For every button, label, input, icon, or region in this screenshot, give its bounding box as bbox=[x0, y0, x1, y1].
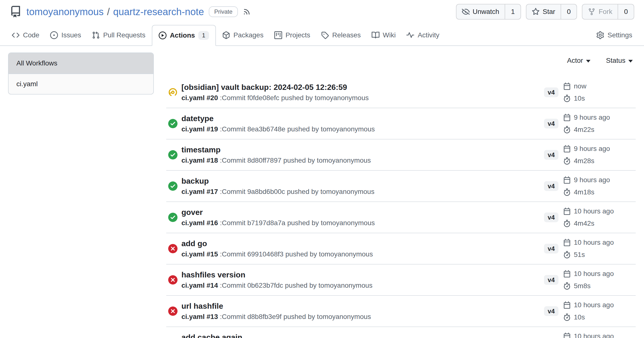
run-title-link[interactable]: url hashfile bbox=[182, 302, 544, 311]
tab-settings[interactable]: Settings bbox=[592, 25, 637, 45]
stars-count[interactable]: 0 bbox=[561, 4, 577, 19]
run-main: url hashfile ci.yaml #13:Commit d8b8fb3e… bbox=[182, 302, 544, 321]
repo-name-link[interactable]: quartz-research-note bbox=[113, 6, 204, 17]
run-main: [obsidian] vault backup: 2024-02-05 12:2… bbox=[182, 83, 544, 102]
tab-wiki[interactable]: Wiki bbox=[367, 25, 400, 45]
star-button[interactable]: Star bbox=[526, 4, 560, 19]
workflow-run-row[interactable]: add cache again 10 hours ago bbox=[166, 327, 636, 338]
run-status-icon bbox=[168, 307, 178, 316]
run-title-link[interactable]: datetype bbox=[182, 114, 544, 123]
forks-count[interactable]: 0 bbox=[618, 4, 634, 19]
chevron-down-icon bbox=[586, 60, 590, 62]
star-icon bbox=[532, 8, 540, 16]
run-status-icon bbox=[168, 275, 178, 285]
run-status-icon bbox=[168, 88, 178, 97]
run-main: backup ci.yaml #17:Commit 9a8bd6b00c pus… bbox=[182, 176, 544, 196]
calendar-icon bbox=[563, 270, 571, 277]
run-started-line: 10 hours ago bbox=[563, 269, 636, 278]
tab-code[interactable]: Code bbox=[7, 25, 44, 45]
runner-version-badge: v4 bbox=[544, 181, 558, 191]
code-icon bbox=[12, 31, 20, 39]
run-subtitle: ci.yaml #15:Commit 69910468f3 pushed by … bbox=[182, 250, 544, 258]
sidebar-item-all-workflows[interactable]: All Workflows bbox=[8, 53, 153, 73]
stopwatch-icon bbox=[563, 188, 571, 196]
run-meta: 10 hours ago bbox=[563, 332, 636, 338]
workflow-run-row[interactable]: add go ci.yaml #15:Commit 69910468f3 pus… bbox=[166, 233, 636, 265]
issue-opened-icon bbox=[50, 31, 58, 39]
run-main: hashfiles version ci.yaml #14:Commit 0b6… bbox=[182, 270, 544, 289]
run-title-link[interactable]: add go bbox=[182, 239, 544, 248]
git-pull-request-icon bbox=[92, 31, 100, 39]
run-duration-line: 4m28s bbox=[563, 156, 636, 166]
run-title-link[interactable]: timestamp bbox=[182, 145, 544, 154]
run-time-ago: 10 hours ago bbox=[574, 301, 614, 309]
actions-count-badge: 1 bbox=[198, 31, 209, 40]
watchers-count[interactable]: 1 bbox=[505, 4, 521, 19]
run-time-column: 9 hours ago 4m18s bbox=[563, 175, 636, 197]
repo-book-icon bbox=[10, 6, 22, 17]
tab-packages[interactable]: Packages bbox=[218, 25, 268, 45]
workflow-run-row[interactable]: timestamp ci.yaml #18:Commit 8d80ff7897 … bbox=[166, 140, 636, 171]
repo-owner-link[interactable]: tomoyanonymous bbox=[26, 6, 104, 17]
tab-issues[interactable]: Issues bbox=[46, 25, 86, 45]
run-main: timestamp ci.yaml #18:Commit 8d80ff7897 … bbox=[182, 145, 544, 164]
runner-version-badge: v4 bbox=[544, 212, 558, 222]
tab-activity[interactable]: Activity bbox=[402, 25, 444, 45]
stopwatch-icon bbox=[563, 157, 571, 165]
run-started-line: 10 hours ago bbox=[563, 238, 636, 247]
run-time-column: 10 hours ago 4m42s bbox=[563, 207, 636, 228]
run-subtitle: ci.yaml #18:Commit 8d80ff7897 pushed by … bbox=[182, 157, 544, 164]
run-status-icon bbox=[168, 181, 178, 191]
run-commit-info: :Commit 69910468f3 pushed by tomoyanonym… bbox=[220, 250, 373, 258]
workflow-run-row[interactable]: gover ci.yaml #16:Commit b7197d8a7a push… bbox=[166, 202, 636, 233]
x-circle-fill-icon bbox=[168, 307, 178, 316]
run-workflow-ref: ci.yaml #19 bbox=[182, 125, 218, 133]
fork-button-group: Fork 0 bbox=[582, 4, 634, 19]
workflow-run-row[interactable]: backup ci.yaml #17:Commit 9a8bd6b00c pus… bbox=[166, 171, 636, 202]
tab-pull-requests[interactable]: Pull Requests bbox=[88, 25, 150, 45]
run-duration: 10s bbox=[574, 313, 585, 321]
run-commit-info: :Commit f0fde08efc pushed by tomoyanonym… bbox=[220, 94, 369, 102]
tab-projects[interactable]: Projects bbox=[270, 25, 315, 45]
x-circle-fill-icon bbox=[168, 244, 178, 253]
stopwatch-icon bbox=[563, 251, 571, 258]
workflow-run-row[interactable]: url hashfile ci.yaml #13:Commit d8b8fb3e… bbox=[166, 296, 636, 327]
run-time-ago: 10 hours ago bbox=[574, 207, 614, 215]
tab-actions[interactable]: Actions 1 bbox=[152, 25, 216, 46]
play-circle-icon bbox=[159, 31, 166, 39]
run-title-link[interactable]: add cache again bbox=[182, 333, 563, 338]
run-workflow-ref: ci.yaml #17 bbox=[182, 188, 218, 195]
fork-button[interactable]: Fork bbox=[582, 4, 618, 19]
run-subtitle: ci.yaml #16:Commit b7197d8a7a pushed by … bbox=[182, 219, 544, 227]
calendar-icon bbox=[563, 208, 571, 215]
stopwatch-icon bbox=[563, 126, 571, 133]
runner-version-badge: v4 bbox=[544, 244, 558, 254]
workflow-run-row[interactable]: hashfiles version ci.yaml #14:Commit 0b6… bbox=[166, 265, 636, 296]
run-time-column: 10 hours ago 10s bbox=[563, 300, 636, 322]
run-started-line: 9 hours ago bbox=[563, 113, 636, 122]
stopwatch-icon bbox=[563, 220, 571, 227]
rss-feed-icon[interactable] bbox=[243, 8, 250, 16]
status-filter-dropdown[interactable]: Status bbox=[606, 57, 633, 64]
run-duration-line: 4m18s bbox=[563, 187, 636, 197]
check-circle-fill-icon bbox=[168, 150, 178, 160]
run-title-link[interactable]: gover bbox=[182, 208, 544, 217]
eye-closed-icon bbox=[462, 8, 470, 16]
workflow-run-row[interactable]: datetype ci.yaml #19:Commit 8ea3b6748e p… bbox=[166, 108, 636, 140]
sidebar-item-ci-yaml[interactable]: ci.yaml bbox=[8, 73, 153, 94]
run-title-link[interactable]: [obsidian] vault backup: 2024-02-05 12:2… bbox=[182, 83, 544, 92]
run-title-link[interactable]: hashfiles version bbox=[182, 270, 544, 279]
workflow-run-row[interactable]: [obsidian] vault backup: 2024-02-05 12:2… bbox=[166, 77, 636, 108]
run-title-link[interactable]: backup bbox=[182, 176, 544, 186]
run-workflow-ref: ci.yaml #20 bbox=[182, 94, 218, 102]
tab-releases[interactable]: Releases bbox=[316, 25, 365, 45]
run-commit-info: :Commit 9a8bd6b00c pushed by tomoyanonym… bbox=[220, 188, 374, 195]
run-commit-info: :Commit 8ea3b6748e pushed by tomoyanonym… bbox=[220, 125, 375, 133]
unwatch-button[interactable]: Unwatch bbox=[456, 4, 505, 19]
sidebar-item-label: ci.yaml bbox=[16, 80, 38, 88]
calendar-icon bbox=[563, 301, 571, 309]
calendar-icon bbox=[563, 83, 571, 90]
runner-version-badge: v4 bbox=[544, 150, 558, 160]
run-time-column: 9 hours ago 4m28s bbox=[563, 144, 636, 166]
actor-filter-dropdown[interactable]: Actor bbox=[567, 57, 590, 64]
